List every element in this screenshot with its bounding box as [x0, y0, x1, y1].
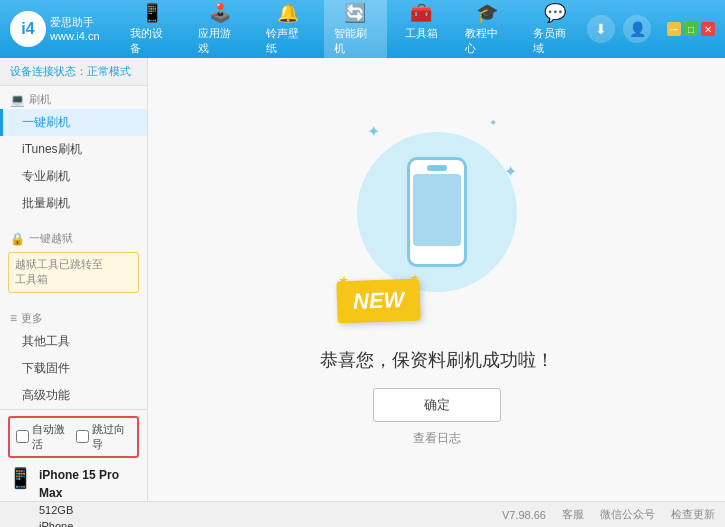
nav-ringtones[interactable]: 🔔 铃声壁纸	[256, 0, 320, 60]
footer-link-update[interactable]: 检查更新	[671, 507, 715, 522]
new-badge: NEW	[336, 279, 421, 324]
sidebar: 设备连接状态：正常模式 💻 刷机 一键刷机 iTunes刷机 专业刷机 批量刷机…	[0, 58, 148, 501]
bell-icon: 🔔	[277, 2, 299, 24]
device-info: 📱 iPhone 15 Pro Max 512GB iPhone	[8, 464, 139, 527]
phone-body	[407, 157, 467, 267]
guided-activate-label[interactable]: 跳过向导	[76, 422, 132, 452]
jailbreak-warning: 越狱工具已跳转至工具箱	[8, 252, 139, 293]
jailbreak-section-title: 🔒 一键越狱	[0, 225, 147, 248]
minimize-button[interactable]: ─	[667, 22, 681, 36]
sidebar-item-itunes-flash[interactable]: iTunes刷机	[0, 136, 147, 163]
phone-notch	[427, 165, 447, 171]
device-type: iPhone	[39, 518, 139, 527]
success-illustration: ✦ ✦ ✦ NEW	[337, 112, 537, 332]
sidebar-item-batch-flash[interactable]: 批量刷机	[0, 190, 147, 217]
logo-icon: i4	[10, 11, 46, 47]
footer-link-customer-service[interactable]: 客服	[562, 507, 584, 522]
nav-tutorial[interactable]: 🎓 教程中心	[455, 0, 519, 60]
header-right: ⬇ 👤 ─ □ ✕	[587, 15, 715, 43]
auto-activate-row: 自动激活 跳过向导	[8, 416, 139, 458]
sparkle-icon-1: ✦	[367, 122, 380, 141]
window-controls: ─ □ ✕	[667, 22, 715, 36]
download-button[interactable]: ⬇	[587, 15, 615, 43]
user-button[interactable]: 👤	[623, 15, 651, 43]
device-storage: 512GB	[39, 502, 139, 519]
guided-activate-checkbox[interactable]	[76, 430, 89, 443]
auto-activate-label[interactable]: 自动激活	[16, 422, 72, 452]
version-label: V7.98.66	[502, 509, 546, 521]
flash-section-icon: 💻	[10, 93, 25, 107]
sidebar-item-one-click-flash[interactable]: 一键刷机	[0, 109, 147, 136]
phone-icon: 📱	[141, 2, 163, 24]
flash-icon: 🔄	[344, 2, 366, 24]
log-link[interactable]: 查看日志	[413, 430, 461, 447]
nav-app-games[interactable]: 🕹️ 应用游戏	[188, 0, 252, 60]
phone-circle	[357, 132, 517, 292]
confirm-button[interactable]: 确定	[373, 388, 501, 422]
sidebar-bottom: 自动激活 跳过向导 📱 iPhone 15 Pro Max 512GB iPho…	[0, 409, 147, 527]
header: i4 爱思助手 www.i4.cn 📱 我的设备 🕹️ 应用游戏 🔔 铃声壁纸 …	[0, 0, 725, 58]
phone-screen	[413, 174, 461, 246]
tutorial-icon: 🎓	[476, 2, 498, 24]
maximize-button[interactable]: □	[684, 22, 698, 36]
close-button[interactable]: ✕	[701, 22, 715, 36]
sidebar-item-advanced[interactable]: 高级功能	[0, 382, 147, 409]
logo-area: i4 爱思助手 www.i4.cn	[10, 11, 120, 47]
device-name: iPhone 15 Pro Max	[39, 466, 139, 502]
sidebar-item-pro-flash[interactable]: 专业刷机	[0, 163, 147, 190]
success-message: 恭喜您，保资料刷机成功啦！	[320, 348, 554, 372]
nav-smart-flash[interactable]: 🔄 智能刷机	[324, 0, 388, 60]
device-phone-icon: 📱	[8, 466, 33, 490]
sidebar-item-other-tools[interactable]: 其他工具	[0, 328, 147, 355]
device-details: iPhone 15 Pro Max 512GB iPhone	[39, 466, 139, 527]
flash-section-title: 💻 刷机	[0, 86, 147, 109]
apps-icon: 🕹️	[209, 2, 231, 24]
auto-activate-checkbox[interactable]	[16, 430, 29, 443]
nav-bar: 📱 我的设备 🕹️ 应用游戏 🔔 铃声壁纸 🔄 智能刷机 🧰 工具箱 🎓 教程中…	[120, 0, 587, 60]
more-section-title: ≡ 更多	[0, 305, 147, 328]
sidebar-item-download-firmware[interactable]: 下载固件	[0, 355, 147, 382]
service-icon: 💬	[544, 2, 566, 24]
connection-status: 设备连接状态：正常模式	[0, 58, 147, 86]
main-layout: 设备连接状态：正常模式 💻 刷机 一键刷机 iTunes刷机 专业刷机 批量刷机…	[0, 58, 725, 501]
more-icon: ≡	[10, 311, 17, 325]
nav-my-device[interactable]: 📱 我的设备	[120, 0, 184, 60]
toolbox-icon: 🧰	[410, 2, 432, 24]
footer-link-wechat[interactable]: 微信公众号	[600, 507, 655, 522]
logo-text: 爱思助手 www.i4.cn	[50, 15, 100, 44]
sparkle-icon-2: ✦	[489, 117, 497, 128]
nav-toolbox[interactable]: 🧰 工具箱	[391, 0, 451, 60]
lock-icon: 🔒	[10, 232, 25, 246]
content-area: ✦ ✦ ✦ NEW 恭喜您，保资料刷机成功啦！ 确定 查看日志	[148, 58, 725, 501]
nav-service[interactable]: 💬 务员商域	[523, 0, 587, 60]
